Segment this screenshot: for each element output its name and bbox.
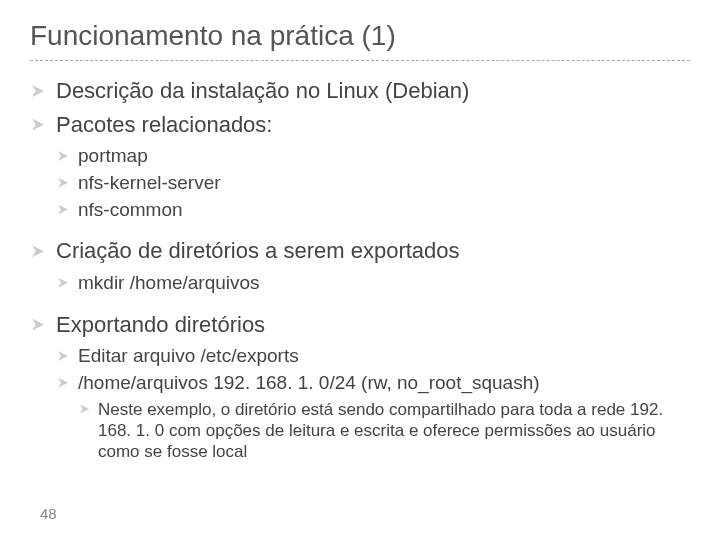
list-item-text: portmap xyxy=(78,145,148,166)
list-item: portmap xyxy=(56,144,690,168)
slide-title: Funcionamento na prática (1) xyxy=(30,20,690,61)
list-item: nfs-kernel-server xyxy=(56,171,690,195)
list-item: mkdir /home/arquivos xyxy=(56,271,690,295)
slide: Funcionamento na prática (1) Descrição d… xyxy=(0,0,720,540)
list-item: Descrição da instalação no Linux (Debian… xyxy=(30,77,690,105)
bullet-list-level1: Criação de diretórios a serem exportados… xyxy=(30,237,690,294)
list-item-text: nfs-common xyxy=(78,199,183,220)
list-item-text: Pacotes relacionados: xyxy=(56,112,272,137)
list-item: Criação de diretórios a serem exportados… xyxy=(30,237,690,294)
list-item-text: /home/arquivos 192. 168. 1. 0/24 (rw, no… xyxy=(78,372,540,393)
list-item-text: mkdir /home/arquivos xyxy=(78,272,260,293)
bullet-list-level1: Descrição da instalação no Linux (Debian… xyxy=(30,77,690,221)
bullet-list-level2: mkdir /home/arquivos xyxy=(56,271,690,295)
list-item-text: Descrição da instalação no Linux (Debian… xyxy=(56,78,469,103)
list-item: nfs-common xyxy=(56,198,690,222)
list-item: Neste exemplo, o diretório está sendo co… xyxy=(78,399,690,463)
list-item-text: Criação de diretórios a serem exportados xyxy=(56,238,460,263)
page-number: 48 xyxy=(40,505,57,522)
bullet-list-level2: portmap nfs-kernel-server nfs-common xyxy=(56,144,690,221)
list-item-text: Neste exemplo, o diretório está sendo co… xyxy=(98,400,663,462)
list-item-text: Editar arquivo /etc/exports xyxy=(78,345,299,366)
list-item: Exportando diretórios Editar arquivo /et… xyxy=(30,311,690,463)
bullet-list-level2: Editar arquivo /etc/exports /home/arquiv… xyxy=(56,344,690,462)
bullet-list-level3: Neste exemplo, o diretório está sendo co… xyxy=(78,399,690,463)
list-item: Pacotes relacionados: portmap nfs-kernel… xyxy=(30,111,690,222)
list-item: Editar arquivo /etc/exports xyxy=(56,344,690,368)
list-item: /home/arquivos 192. 168. 1. 0/24 (rw, no… xyxy=(56,371,690,463)
list-item-text: nfs-kernel-server xyxy=(78,172,221,193)
list-item-text: Exportando diretórios xyxy=(56,312,265,337)
bullet-list-level1: Exportando diretórios Editar arquivo /et… xyxy=(30,311,690,463)
